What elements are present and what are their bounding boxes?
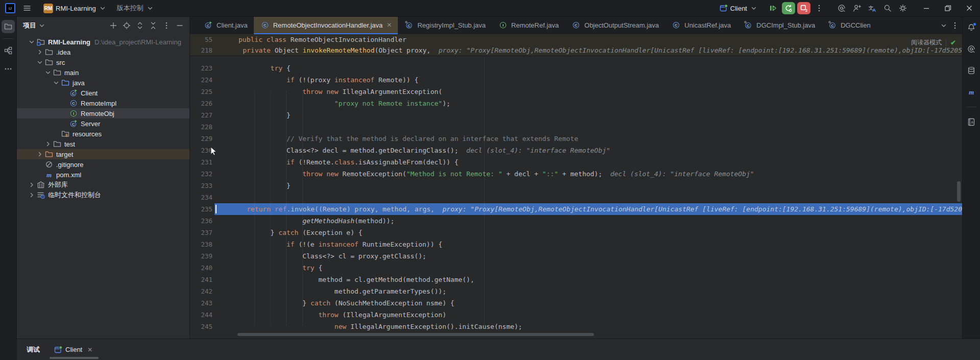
code-text[interactable]: public class RemoteObjectInvocationHandl… (214, 34, 962, 45)
close-tab-icon[interactable]: ✕ (387, 21, 392, 29)
line-number[interactable]: 242 (190, 287, 214, 295)
line-number[interactable]: 238 (190, 241, 214, 248)
chevron-down-icon[interactable] (35, 58, 44, 67)
code-text[interactable]: if (!(e instanceof RuntimeException)) { (214, 238, 962, 250)
code-text[interactable]: throw (IllegalArgumentException) (214, 309, 962, 321)
tree-item--idea[interactable]: .idea (17, 47, 189, 57)
tab-options-button[interactable] (950, 20, 960, 31)
code-text[interactable]: // Verify that the method is declared on… (214, 133, 962, 145)
line-number[interactable]: 218 (190, 46, 214, 54)
code-text[interactable]: if (!(proxy instanceof Remote)) { (214, 74, 962, 86)
line-number[interactable]: 237 (190, 229, 214, 236)
project-tool-button[interactable] (2, 20, 15, 33)
run-config-selector[interactable]: Client (716, 3, 761, 14)
tree-item-src[interactable]: src (17, 57, 189, 67)
project-panel-title[interactable]: 项目 (23, 21, 46, 30)
chevron-right-icon[interactable] (35, 47, 44, 57)
maximize-button[interactable] (937, 0, 959, 17)
line-number[interactable]: 243 (190, 299, 214, 307)
tree-item-remoteobj[interactable]: IRemoteObj (17, 108, 189, 118)
chevron-down-icon[interactable] (27, 37, 36, 46)
line-number[interactable]: 55 (190, 36, 214, 43)
code-text[interactable]: method = cl.getMethod(method.getName(), (214, 274, 962, 285)
line-number[interactable]: 223 (190, 64, 214, 72)
code-text[interactable]: if (!Remote.class.isAssignableFrom(decl)… (214, 156, 962, 168)
tree-item-client[interactable]: CClient (17, 88, 189, 98)
reader-mode-widget[interactable]: 阅读器模式 ✔ (911, 38, 956, 47)
line-number[interactable]: 236 (190, 217, 214, 225)
tree-item-server[interactable]: CServer (17, 118, 189, 129)
editor-tab-remoteobjectinvocationhandler-java[interactable]: CRemoteObjectInvocationHandler.java✕ (254, 17, 398, 34)
editor-tab-client-java[interactable]: CClient.java (197, 17, 254, 34)
ai-assistant-button[interactable] (834, 2, 849, 14)
translate-button[interactable]: 文A (865, 2, 880, 14)
code-text[interactable]: method.getParameterTypes()); (214, 285, 962, 297)
hidden-tabs-button[interactable] (939, 20, 949, 31)
run-button[interactable] (766, 2, 781, 14)
chevron-right-icon[interactable] (43, 139, 53, 149)
tree-item-pom-xml[interactable]: mpom.xml (17, 170, 189, 180)
tree-item-main[interactable]: main (17, 67, 189, 78)
chevron-down-icon[interactable] (43, 68, 53, 77)
code-text[interactable]: throw new RemoteException("Method is not… (214, 168, 962, 180)
more-actions-button[interactable] (811, 2, 827, 14)
code-text[interactable] (214, 121, 962, 133)
code-with-me-button[interactable] (849, 2, 865, 14)
line-number[interactable]: 232 (190, 170, 214, 178)
code-text[interactable]: "proxy not Remote instance"); (214, 98, 962, 109)
code-text[interactable]: Class<?> decl = method.getDeclaringClass… (214, 145, 962, 156)
tree-item-java[interactable]: java (17, 78, 189, 88)
documentation-tool-button[interactable]: A (965, 115, 978, 129)
code-text[interactable] (214, 191, 962, 203)
line-number[interactable]: 228 (190, 123, 214, 131)
structure-tool-button[interactable] (2, 44, 15, 57)
chevron-right-icon[interactable] (27, 180, 36, 189)
line-number[interactable]: 229 (190, 135, 214, 142)
line-number[interactable]: 230 (190, 147, 214, 154)
editor-tab-dgcimpl-stub-java[interactable]: CDGCImpl_Stub.java (737, 17, 821, 34)
close-button[interactable] (959, 0, 980, 17)
tree-item-remoteimpl[interactable]: CRemoteImpl (17, 98, 189, 108)
line-number[interactable]: 233 (190, 182, 214, 189)
notifications-button[interactable] (965, 21, 978, 34)
close-icon[interactable]: ✕ (87, 346, 92, 353)
code-text[interactable]: } catch (NoSuchMethodException nsme) { (214, 297, 962, 309)
locate-opened-file-button[interactable] (121, 20, 132, 31)
line-number[interactable]: 225 (190, 88, 214, 95)
editor-tab-registryimpl-stub-java[interactable]: CRegistryImpl_Stub.java (398, 17, 492, 34)
tree-item-resources[interactable]: resources (17, 129, 189, 139)
stop-button[interactable]: 2 (797, 2, 810, 14)
line-number[interactable]: 239 (190, 252, 214, 260)
vcs-menu[interactable]: 版本控制 (113, 2, 158, 14)
editor-tab-unicastref-java[interactable]: CUnicastRef.java (665, 17, 737, 34)
line-number[interactable]: 231 (190, 158, 214, 166)
line-number[interactable]: 244 (190, 311, 214, 319)
tree-item--gitignore[interactable]: .gitignore (17, 159, 189, 170)
code-text[interactable]: } (214, 180, 962, 191)
restart-debug-button[interactable] (782, 2, 795, 14)
line-number[interactable]: 224 (190, 76, 214, 84)
expand-all-button[interactable] (134, 20, 146, 31)
tree-item--[interactable]: 外部库 (17, 180, 189, 190)
more-tool-windows-button[interactable] (2, 62, 15, 76)
line-number[interactable]: 240 (190, 264, 214, 272)
tree-item-target[interactable]: target (17, 149, 189, 159)
ai-assistant-button[interactable] (965, 42, 978, 56)
editor-tab-dgcclien[interactable]: CDGCClien (821, 17, 877, 34)
line-number[interactable]: 235 (190, 205, 214, 213)
debug-tab-scrollbar[interactable] (50, 357, 99, 359)
code-editor[interactable]: 阅读器模式 ✔ 55public class RemoteObjectInvoc… (190, 34, 962, 339)
hide-panel-button[interactable] (174, 20, 185, 31)
database-tool-button[interactable] (965, 64, 978, 77)
code-text[interactable]: Class<?> cl = proxy.getClass(); (214, 250, 962, 262)
search-everywhere-button[interactable] (880, 2, 895, 14)
code-text[interactable]: getMethodHash(method)); (214, 215, 962, 227)
chevron-right-icon[interactable] (35, 150, 44, 159)
code-text[interactable]: } (214, 109, 962, 121)
code-text[interactable]: } catch (Exception e) { (214, 227, 962, 238)
tree-item-test[interactable]: test (17, 139, 189, 149)
project-selector[interactable]: RM RMI-Learning (40, 2, 110, 15)
code-text[interactable]: throw new IllegalArgumentException( (214, 86, 962, 98)
code-text[interactable]: try { (214, 262, 962, 274)
main-menu-button[interactable] (19, 2, 35, 14)
